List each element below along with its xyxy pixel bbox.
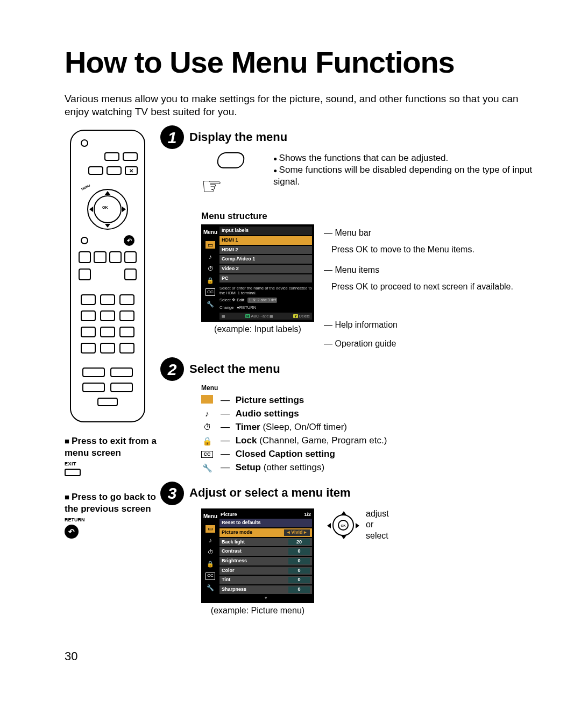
timer-icon: ⏱ [206, 549, 215, 556]
timer-icon: ⏱ [206, 265, 215, 272]
annot: Menu bar [335, 228, 371, 237]
remote-btn [79, 251, 91, 263]
menu-label: Menu [201, 384, 223, 393]
ok-label: OK [102, 205, 108, 210]
remote-btn [109, 251, 122, 263]
exit-icon: ✕ [125, 166, 138, 175]
example-label: (example: Picture menu) [201, 605, 314, 617]
tv-item: HDMI 1 [219, 236, 312, 245]
page-title: How to Use Menu Functions [65, 43, 549, 82]
adjust-select-label: adjust or select [366, 508, 389, 542]
menu-item: Closed Caption setting [236, 449, 335, 459]
annot: Press OK to proceed to next screen if av… [331, 282, 513, 291]
remote-outline: ✕ MENU OK ↶ [70, 130, 145, 422]
tv-header: Picture [221, 512, 237, 518]
annot: Help information [324, 316, 513, 333]
tv-item: HDMI 2 [219, 246, 312, 255]
tv-item: Back light [222, 539, 245, 546]
remote-btn [79, 268, 91, 280]
page-number: 30 [65, 649, 549, 665]
tv-item: Contrast [222, 548, 242, 555]
remote-btn [81, 327, 96, 337]
note: Shows the functions that can be adjusted… [273, 152, 549, 164]
annot: Press OK to move to the Menu items. [331, 245, 474, 254]
remote-btn [88, 166, 103, 175]
picture-icon: ▭ [206, 241, 215, 249]
step-2-badge: 2 [160, 357, 184, 381]
tv-item: Color [222, 568, 235, 574]
audio-icon: ♪ [206, 253, 215, 260]
setup-icon: 🔧 [206, 300, 215, 308]
timer-icon: ⏱ [201, 422, 213, 433]
remote-btn [81, 237, 88, 244]
menu-label: MENU [80, 183, 91, 192]
tv-menu-label: Menu [203, 513, 217, 520]
remote-btn [119, 294, 134, 305]
cc-icon: CC [201, 451, 213, 458]
remote-btn [81, 343, 96, 354]
remote-btn [100, 294, 115, 305]
remote-btn [81, 310, 96, 321]
setup-icon: 🔧 [201, 463, 213, 473]
intro-text: Various menus allow you to make settings… [65, 93, 538, 119]
tv-header: Input labels [219, 227, 312, 235]
picture-icon [201, 395, 213, 404]
tv-screen-picture: Menu ▭ ♪ ⏱ 🔒 CC 🔧 Picture1/2 Reset to de… [201, 508, 314, 604]
tv-operation-guide: Select ✥ Edit 1 .&: 2 abc 3 def [219, 298, 312, 303]
remote-btn [119, 343, 134, 354]
lock-icon: 🔒 [206, 277, 215, 284]
remote-btn [104, 152, 119, 161]
remote-btn [107, 166, 122, 175]
tv-item: Comp./Video 1 [219, 255, 312, 264]
remote-btn [82, 367, 105, 377]
audio-icon: ♪ [201, 408, 213, 419]
menu-item: Picture settings [236, 395, 304, 405]
remote-btn [97, 398, 118, 406]
annotations: Menu barPress OK to move to the Menu ite… [324, 224, 513, 352]
menu-item: Timer [236, 422, 260, 432]
step-1-notes: Shows the functions that can be adjusted… [273, 152, 549, 188]
step-2-title: Select the menu [189, 362, 280, 377]
remote-btn [124, 251, 137, 263]
exit-hint-text: Press to exit from a menu screen [65, 436, 157, 458]
tv-screen-input-labels: Menu ▭ ♪ ⏱ 🔒 CC 🔧 Input labels HDMI 1 HD… [201, 224, 314, 322]
remote-btn [100, 310, 115, 321]
tv-menu-label: Menu [203, 229, 217, 236]
note: Some functions will be disabled dependin… [273, 164, 549, 188]
tv-footer: ▦ R ABC→abc ▦ Y Delete [219, 313, 312, 320]
cc-icon: CC [206, 572, 215, 580]
return-label: RETURN [65, 517, 172, 524]
tv-item: PC [219, 274, 312, 283]
tv-item: Brightness [222, 558, 247, 564]
step-3-title: Adjust or select a menu item [189, 485, 351, 501]
power-icon [81, 139, 88, 147]
back-hint: ■Press to go back to the previous screen [65, 491, 172, 515]
lock-icon: 🔒 [201, 436, 213, 447]
menu-item-desc: (Sleep, On/Off timer) [260, 422, 347, 432]
remote-btn [81, 294, 96, 305]
menu-item: Lock [236, 435, 257, 446]
exit-hint: ■Press to exit from a menu screen [65, 435, 172, 459]
return-button-icon: ↶ [65, 525, 79, 539]
tv-item: Video 2 [219, 265, 312, 273]
menu-category-list: Menu Picture settings ♪Audio settings ⏱T… [201, 384, 549, 473]
adjust-select-control: OK adjust or select [327, 508, 389, 542]
picture-icon: ▭ [206, 525, 215, 533]
menu-structure-label: Menu structure [201, 210, 549, 222]
remote-btn [110, 383, 133, 392]
remote-btn [119, 327, 134, 337]
back-hint-text: Press to go back to the previous screen [65, 492, 156, 514]
tv-item: Sharpness [222, 586, 246, 593]
step-1-title: Display the menu [189, 130, 287, 145]
tv-item: Tint [222, 577, 230, 583]
remote-btn [100, 327, 115, 337]
tv-item: Picture mode [222, 529, 252, 536]
remote-btn [94, 251, 106, 263]
menu-item: Setup [236, 462, 261, 472]
annot: Operation guide [324, 335, 513, 352]
tv-item: Reset to defaults [222, 520, 261, 526]
tv-help: Select or enter the name of the device c… [219, 286, 312, 295]
dpad: MENU OK [87, 189, 128, 230]
example-label: (example: Input labels) [201, 324, 314, 335]
tv-operation-guide: Change●RETURN [219, 305, 312, 310]
